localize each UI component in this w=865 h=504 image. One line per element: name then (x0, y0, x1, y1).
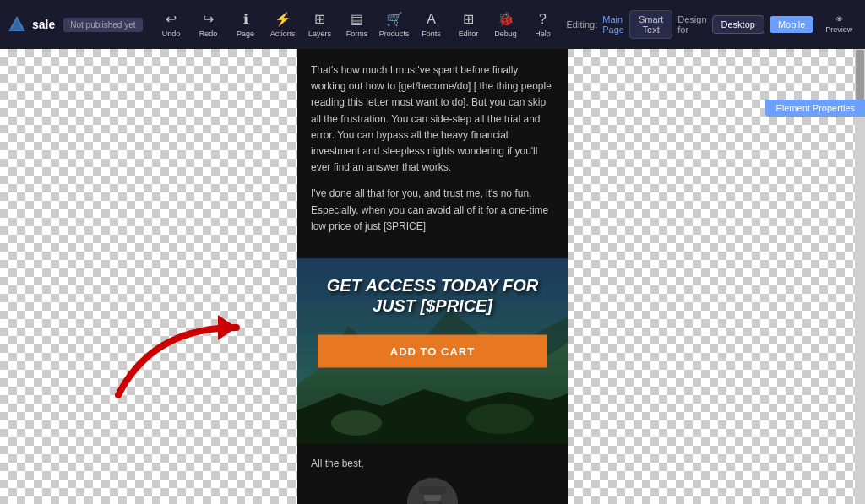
preview-label: Preview (825, 25, 852, 34)
svg-point-7 (331, 410, 382, 436)
forms-icon: ▤ (351, 11, 363, 27)
text-block-2: I've done all that for you, and trust me… (311, 186, 554, 235)
desktop-button[interactable]: Desktop (712, 15, 764, 34)
canvas-scrollbar[interactable] (855, 49, 865, 504)
design-for-label: Design for (677, 14, 706, 35)
redo-button[interactable]: ↪ Redo (192, 8, 226, 41)
products-label: Products (379, 30, 410, 38)
avatar (407, 478, 458, 504)
not-published-badge: Not published yet (63, 18, 142, 32)
element-properties-button[interactable]: Element Properties (765, 100, 865, 117)
avatar-container (311, 478, 554, 504)
hero-text-line1: GET ACCESS TODAY FOR (314, 275, 551, 295)
svg-marker-2 (218, 315, 237, 340)
toolbar-right: Editing: Main Page Smart Text Design for… (567, 10, 865, 39)
sign-off-text: All the best, (311, 458, 554, 469)
hero-section: GET ACCESS TODAY FOR JUST [$PRICE] ADD T… (297, 258, 568, 444)
editing-label: Editing: (567, 19, 598, 30)
actions-button[interactable]: ⚡ Actions (266, 8, 300, 41)
fonts-label: Fonts (422, 30, 441, 38)
hero-text-line2: JUST [$PRICE] (314, 295, 551, 316)
main-toolbar: sale Not published yet ↩ Undo ↪ Redo ℹ P… (0, 0, 865, 49)
svg-rect-13 (419, 486, 446, 495)
help-button[interactable]: ? Help (526, 8, 560, 41)
svg-point-8 (466, 404, 534, 434)
products-button[interactable]: 🛒 Products (378, 8, 411, 41)
debug-button[interactable]: 🐞 Debug (489, 8, 523, 41)
actions-icon: ⚡ (275, 11, 291, 27)
page-button[interactable]: ℹ Page (229, 8, 263, 41)
main-page-link[interactable]: Main Page (602, 14, 624, 35)
page-label: Page (237, 30, 254, 38)
mobile-button[interactable]: Mobile (770, 16, 813, 33)
text-block-1: That's how much I must've spent before f… (311, 62, 554, 176)
products-icon: 🛒 (386, 11, 403, 27)
smart-text-button[interactable]: Smart Text (629, 10, 672, 39)
redo-icon: ↪ (203, 11, 214, 27)
fonts-icon: A (427, 12, 436, 27)
help-label: Help (535, 30, 551, 38)
preview-button[interactable]: 👁 Preview (819, 12, 859, 37)
bottom-section: All the best, (297, 444, 568, 504)
page-icon: ℹ (243, 11, 248, 27)
actions-label: Actions (270, 30, 296, 38)
page-content: That's how much I must've spent before f… (297, 49, 568, 504)
arrow-annotation (68, 243, 304, 415)
editor-button[interactable]: ⊞ Editor (452, 8, 486, 41)
layers-label: Layers (308, 30, 331, 38)
editor-icon: ⊞ (463, 11, 474, 27)
forms-label: Forms (346, 30, 368, 38)
scrollbar-thumb[interactable] (856, 50, 864, 100)
red-arrow-icon (68, 243, 304, 412)
preview-icon: 👁 (835, 15, 843, 24)
logo: sale (7, 14, 55, 35)
avatar-image (407, 478, 458, 504)
editor-label: Editor (459, 30, 479, 38)
debug-icon: 🐞 (498, 11, 514, 27)
fonts-button[interactable]: A Fonts (415, 8, 449, 41)
help-icon: ? (539, 12, 547, 27)
redo-label: Redo (199, 30, 218, 38)
forms-button[interactable]: ▤ Forms (340, 8, 374, 41)
text-section: That's how much I must've spent before f… (297, 49, 568, 258)
layers-icon: ⊞ (314, 11, 325, 27)
canvas-area: Element Properties That's how much I mus… (0, 49, 865, 504)
layers-button[interactable]: ⊞ Layers (303, 8, 337, 41)
add-to-cart-button[interactable]: ADD TO CART (318, 334, 547, 367)
undo-icon: ↩ (166, 11, 177, 27)
hero-text-overlay: GET ACCESS TODAY FOR JUST [$PRICE] (297, 275, 568, 316)
undo-button[interactable]: ↩ Undo (155, 8, 188, 41)
element-properties-bar: Element Properties (765, 100, 865, 117)
debug-label: Debug (494, 30, 517, 38)
logo-text: sale (32, 18, 55, 31)
logo-icon (7, 14, 27, 35)
undo-label: Undo (162, 30, 181, 38)
